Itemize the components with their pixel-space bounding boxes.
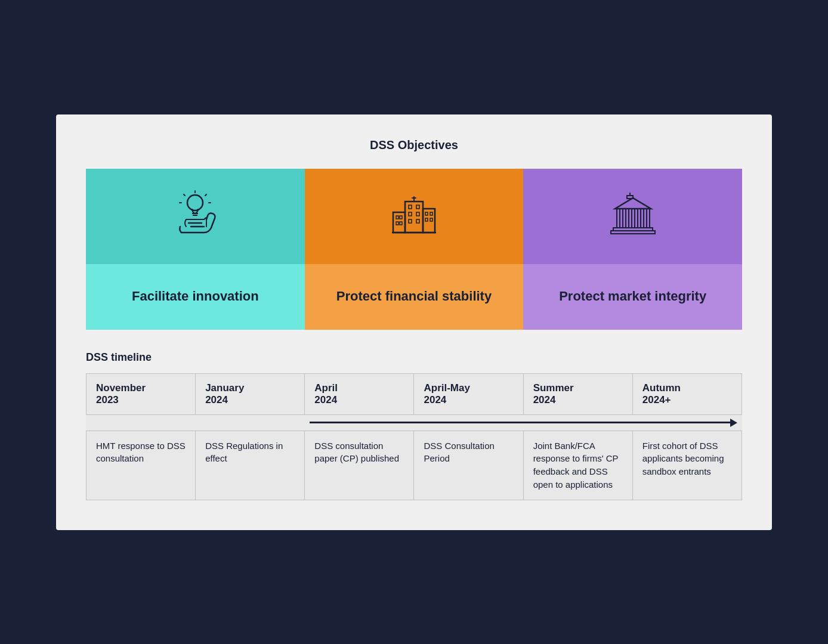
objectives-grid: Facilitate innovation <box>86 169 742 330</box>
obj-label-3: Protect market integrity <box>559 288 706 305</box>
period-label-0: November2023 <box>96 382 146 405</box>
obj-label-1: Facilitate innovation <box>132 288 259 305</box>
objective-card-1: Facilitate innovation <box>86 169 305 330</box>
svg-rect-20 <box>400 222 402 225</box>
svg-rect-29 <box>617 209 620 228</box>
col-header-4: Summer2024 <box>523 373 632 414</box>
period-label-3: April-May2024 <box>424 382 469 405</box>
objective-card-2: Protect financial stability <box>305 169 524 330</box>
svg-line-4 <box>184 194 185 196</box>
svg-rect-33 <box>641 209 644 228</box>
city-building-icon <box>606 190 660 243</box>
col-header-0: November2023 <box>86 373 196 414</box>
obj-icon-area-2 <box>305 169 524 264</box>
svg-line-5 <box>205 194 206 196</box>
period-label-2: April2024 <box>314 382 338 405</box>
arrow-row <box>86 414 742 431</box>
col-header-3: April-May2024 <box>414 373 523 414</box>
svg-rect-8 <box>405 202 423 233</box>
buildings-icon <box>387 190 441 243</box>
svg-rect-15 <box>409 219 412 223</box>
obj-label-area-3: Protect market integrity <box>523 264 742 330</box>
svg-rect-9 <box>393 212 405 233</box>
svg-rect-18 <box>400 216 402 219</box>
svg-rect-13 <box>409 212 412 216</box>
period-label-5: Autumn2024+ <box>642 382 681 405</box>
timeline-table: November2023 January2024 April2024 April… <box>86 373 742 500</box>
arrow-line-cell <box>305 414 742 431</box>
desc-cell-3: DSS Consultation Period <box>414 431 523 500</box>
lightbulb-hand-icon <box>168 190 222 243</box>
svg-rect-30 <box>623 209 626 228</box>
svg-rect-36 <box>611 231 655 234</box>
svg-rect-19 <box>396 222 398 225</box>
svg-rect-17 <box>396 216 398 219</box>
timeline-header-row: November2023 January2024 April2024 April… <box>86 373 742 414</box>
desc-cell-2: DSS consultation paper (CP) published <box>305 431 414 500</box>
obj-label-2: Protect financial stability <box>336 288 492 305</box>
svg-rect-32 <box>635 209 638 228</box>
arrow-spacer <box>86 414 305 431</box>
svg-rect-23 <box>425 218 428 221</box>
obj-icon-area-1 <box>86 169 305 264</box>
arrow-line <box>310 422 730 423</box>
svg-rect-14 <box>416 212 419 216</box>
desc-cell-1: DSS Regulations in effect <box>196 431 305 500</box>
col-header-5: Autumn2024+ <box>632 373 742 414</box>
timeline-desc-row: HMT response to DSS consultation DSS Reg… <box>86 431 742 500</box>
obj-icon-area-3 <box>523 169 742 264</box>
col-header-1: January2024 <box>196 373 305 414</box>
objective-card-3: Protect market integrity <box>523 169 742 330</box>
timeline-title: DSS timeline <box>86 351 742 364</box>
obj-label-area-2: Protect financial stability <box>305 264 524 330</box>
col-header-2: April2024 <box>305 373 414 414</box>
svg-marker-28 <box>615 198 651 209</box>
svg-rect-34 <box>647 209 650 228</box>
arrow-line-container <box>310 419 737 427</box>
desc-cell-4: Joint Bank/FCA response to firms' CP fee… <box>523 431 632 500</box>
svg-rect-24 <box>430 218 432 221</box>
svg-rect-16 <box>416 219 419 223</box>
arrow-tip <box>730 419 737 427</box>
svg-rect-11 <box>409 205 412 209</box>
desc-cell-5: First cohort of DSS applicants becoming … <box>632 431 742 500</box>
main-container: DSS Objectives <box>56 114 772 530</box>
period-label-1: January2024 <box>205 382 244 405</box>
svg-rect-31 <box>629 209 632 228</box>
svg-rect-21 <box>425 212 428 215</box>
svg-rect-22 <box>430 212 432 215</box>
obj-label-area-1: Facilitate innovation <box>86 264 305 330</box>
page-title: DSS Objectives <box>86 138 742 152</box>
svg-point-0 <box>187 195 203 210</box>
svg-rect-12 <box>416 205 419 209</box>
period-label-4: Summer2024 <box>533 382 574 405</box>
desc-cell-0: HMT response to DSS consultation <box>86 431 196 500</box>
svg-rect-10 <box>423 209 435 233</box>
